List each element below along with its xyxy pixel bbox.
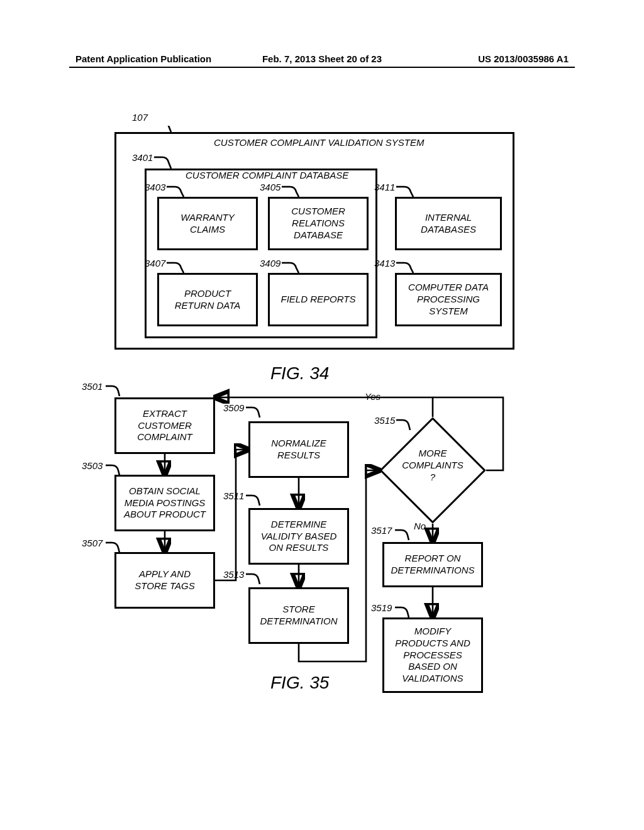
ref-3413: 3413 <box>374 258 395 268</box>
box-cdp: COMPUTER DATA PROCESSING SYSTEM <box>395 273 502 326</box>
box-prodret: PRODUCT RETURN DATA <box>157 273 258 326</box>
box-internal: INTERNAL DATABASES <box>395 197 502 250</box>
ref-3405: 3405 <box>260 182 280 192</box>
fig34-caption: FIG. 34 <box>270 363 329 384</box>
ref-3411: 3411 <box>374 182 395 192</box>
ref-3409: 3409 <box>260 258 280 268</box>
fig-35: 3501 EXTRACT CUSTOMER COMPLAINT 3503 OBT… <box>82 384 547 711</box>
header-right: US 2013/0035986 A1 <box>478 53 569 64</box>
ref-3407: 3407 <box>145 258 165 268</box>
header-center: Feb. 7, 2013 Sheet 20 of 23 <box>262 53 382 64</box>
ref-3401: 3401 <box>132 152 153 163</box>
header-left: Patent Application Publication <box>75 53 211 64</box>
page-header: Patent Application Publication Feb. 7, 2… <box>75 53 569 64</box>
ref-3403: 3403 <box>145 182 165 192</box>
diagram-area: 107 <box>82 126 562 729</box>
ref-107: 107 <box>132 112 148 123</box>
complaint-db-title: CUSTOMER COMPLAINT DATABASE <box>186 170 348 180</box>
system-title: CUSTOMER COMPLAINT VALIDATION SYSTEM <box>214 137 425 148</box>
header-rule <box>69 67 575 68</box>
fig35-arrows <box>82 384 547 723</box>
box-warranty: WARRANTY CLAIMS <box>157 197 258 250</box>
fig35-caption: FIG. 35 <box>270 673 329 693</box>
fig-34: 107 <box>107 126 522 358</box>
box-custrel: CUSTOMER RELATIONS DATABASE <box>268 197 369 250</box>
box-field: FIELD REPORTS <box>268 273 369 326</box>
